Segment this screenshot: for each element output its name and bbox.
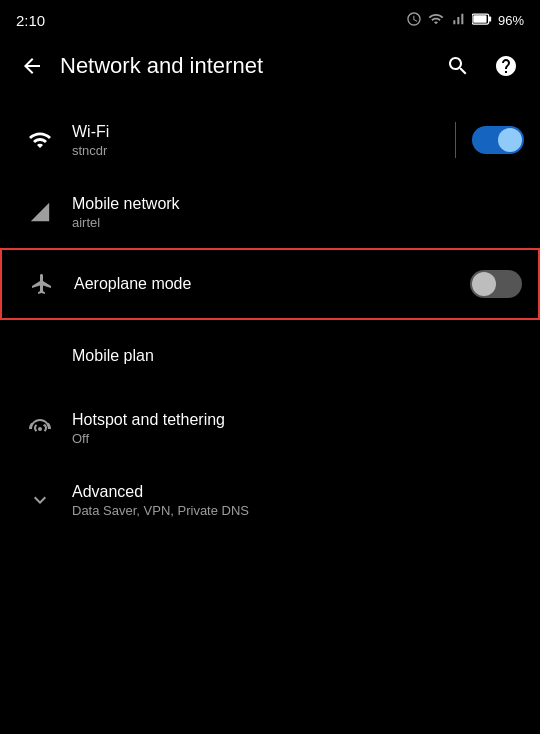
mobile-network-icon [16,201,64,223]
battery-percentage: 96% [498,13,524,28]
mobile-network-content: Mobile network airtel [72,195,524,230]
hotspot-content: Hotspot and tethering Off [72,411,524,446]
app-bar: Network and internet [0,36,540,96]
wifi-toggle[interactable] [472,126,524,154]
status-bar: 2:10 96% [0,0,540,36]
chevron-down-icon [16,488,64,512]
app-bar-actions [436,44,528,88]
wifi-toggle-thumb [498,128,522,152]
help-button[interactable] [484,44,528,88]
status-time: 2:10 [16,12,45,29]
mobile-network-item[interactable]: Mobile network airtel [0,176,540,248]
mobile-network-title: Mobile network [72,195,524,213]
aeroplane-mode-item[interactable]: Aeroplane mode [0,248,540,320]
airplane-icon [18,272,66,296]
mobile-plan-title: Mobile plan [72,347,524,365]
wifi-content: Wi-Fi stncdr [72,123,447,158]
hotspot-subtitle: Off [72,431,524,446]
search-button[interactable] [436,44,480,88]
hotspot-item[interactable]: Hotspot and tethering Off [0,392,540,464]
svg-rect-2 [473,15,486,23]
wifi-icon [16,128,64,152]
back-button[interactable] [12,46,52,86]
svg-rect-1 [489,16,492,21]
hotspot-icon [16,416,64,440]
aeroplane-mode-toggle[interactable] [470,270,522,298]
signal-icon [450,11,466,30]
aeroplane-mode-content: Aeroplane mode [74,275,470,293]
wifi-action [447,122,524,158]
alarm-icon [406,11,422,30]
advanced-title: Advanced [72,483,524,501]
advanced-item[interactable]: Advanced Data Saver, VPN, Private DNS [0,464,540,536]
battery-icon [472,12,492,29]
hotspot-title: Hotspot and tethering [72,411,524,429]
wifi-subtitle: stncdr [72,143,447,158]
wifi-title: Wi-Fi [72,123,447,141]
wifi-item[interactable]: Wi-Fi stncdr [0,104,540,176]
aeroplane-mode-toggle-thumb [472,272,496,296]
status-icons: 96% [406,11,524,30]
aeroplane-mode-action [470,270,522,298]
wifi-divider [455,122,456,158]
mobile-plan-item[interactable]: Mobile plan [0,320,540,392]
mobile-network-subtitle: airtel [72,215,524,230]
mobile-plan-content: Mobile plan [72,347,524,365]
wifi-status-icon [428,11,444,30]
advanced-subtitle: Data Saver, VPN, Private DNS [72,503,524,518]
settings-list: Wi-Fi stncdr Mobile network airtel Aerop… [0,96,540,536]
advanced-content: Advanced Data Saver, VPN, Private DNS [72,483,524,518]
aeroplane-mode-title: Aeroplane mode [74,275,470,293]
page-title: Network and internet [60,53,436,79]
